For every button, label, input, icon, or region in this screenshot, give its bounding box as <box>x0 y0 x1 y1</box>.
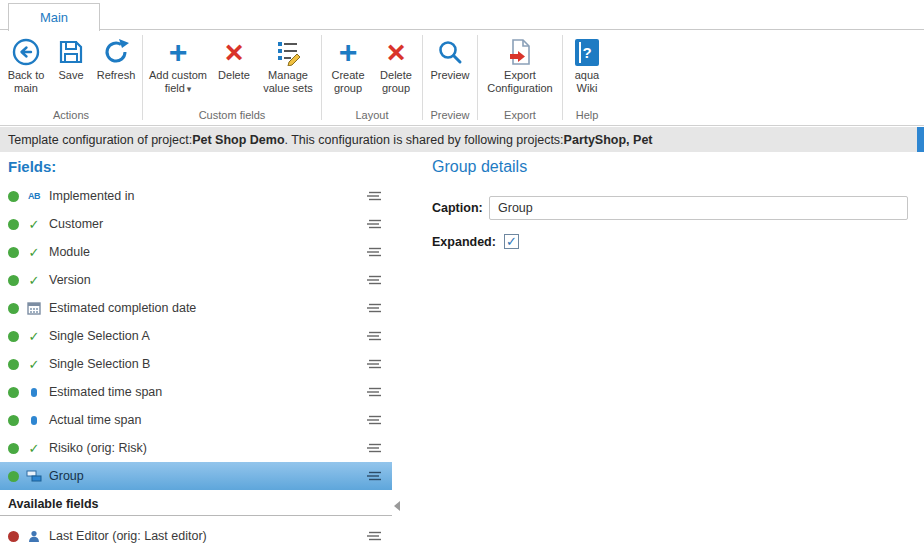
drag-handle-icon[interactable] <box>366 246 382 258</box>
field-row[interactable]: ✓ Version <box>0 266 392 294</box>
info-shared-projects: PartyShop, Pet <box>564 133 653 147</box>
refresh-button[interactable]: Refresh <box>92 30 140 97</box>
field-row[interactable]: Estimated time span <box>0 378 392 406</box>
timespan-icon <box>26 416 42 425</box>
status-dot-icon <box>8 359 19 370</box>
checkmark-icon: ✓ <box>26 329 42 344</box>
drag-handle-icon[interactable] <box>366 274 382 286</box>
field-label: Implemented in <box>49 189 134 203</box>
manage-value-sets-button[interactable]: Manage value sets <box>257 30 319 97</box>
field-row[interactable]: AB Implemented in <box>0 182 392 210</box>
drag-handle-icon[interactable] <box>366 530 382 542</box>
field-row[interactable]: ✓ Single Selection B <box>0 350 392 378</box>
ribbon-group-label-actions: Actions <box>2 107 140 125</box>
ribbon-group-label-layout: Layout <box>324 107 420 125</box>
field-row[interactable]: ✓ Customer <box>0 210 392 238</box>
expanded-label: Expanded: <box>432 235 496 249</box>
collapse-panel-arrow[interactable] <box>394 501 400 511</box>
drag-handle-icon[interactable] <box>366 470 382 482</box>
drag-handle-icon[interactable] <box>366 414 382 426</box>
available-fields-header: Available fields <box>0 492 392 516</box>
field-row-selected[interactable]: Group <box>0 462 392 490</box>
field-row[interactable]: Actual time span <box>0 406 392 434</box>
field-label: Actual time span <box>49 413 141 427</box>
save-button[interactable]: Save <box>50 30 92 97</box>
drag-handle-icon[interactable] <box>366 218 382 230</box>
status-dot-icon <box>8 471 19 482</box>
status-dot-icon <box>8 387 19 398</box>
delete-x-icon: × <box>387 35 406 69</box>
refresh-label: Refresh <box>97 69 136 82</box>
back-to-main-label: Back to main <box>5 69 47 95</box>
drag-handle-icon[interactable] <box>366 302 382 314</box>
status-dot-icon <box>8 275 19 286</box>
export-configuration-label: Export Configuration <box>483 69 557 95</box>
preview-button[interactable]: Preview <box>425 30 475 84</box>
manage-value-sets-label: Manage value sets <box>260 69 316 95</box>
field-row[interactable]: Estimated completion date <box>0 294 392 322</box>
dropdown-arrow-icon: ▾ <box>187 84 192 94</box>
ribbon-group-layout: + Create group × Delete group Layout <box>322 30 422 125</box>
add-custom-field-button[interactable]: + Add custom field▾ <box>145 30 211 97</box>
preview-label: Preview <box>430 69 469 82</box>
status-dot-icon <box>8 303 19 314</box>
add-custom-field-label: Add custom field <box>149 69 207 94</box>
field-row[interactable]: ✓ Risiko (orig: Risk) <box>0 434 392 462</box>
status-dot-icon <box>8 531 19 542</box>
create-group-label: Create group <box>327 69 369 95</box>
person-icon <box>26 530 42 543</box>
delete-x-icon: × <box>225 35 244 69</box>
timespan-icon <box>26 388 42 397</box>
field-row[interactable]: ✓ Module <box>0 238 392 266</box>
drag-handle-icon[interactable] <box>366 442 382 454</box>
group-icon <box>26 470 42 482</box>
field-row[interactable]: Last Editor (orig: Last editor) <box>0 522 392 548</box>
save-icon <box>57 35 85 69</box>
delete-field-label: Delete <box>218 69 250 82</box>
drag-handle-icon[interactable] <box>366 358 382 370</box>
drag-handle-icon[interactable] <box>366 190 382 202</box>
ribbon-group-help: ? aqua Wiki Help <box>563 30 611 125</box>
details-panel-title: Group details <box>432 158 527 176</box>
expanded-checkbox[interactable]: ✓ <box>504 234 519 249</box>
export-configuration-button[interactable]: Export Configuration <box>480 30 560 97</box>
text-field-icon: AB <box>26 191 42 201</box>
magnifier-icon <box>436 35 464 69</box>
calendar-icon <box>26 301 42 315</box>
field-label: Single Selection A <box>49 329 150 343</box>
ribbon-group-label-preview: Preview <box>425 107 475 125</box>
accent-bar <box>917 127 924 152</box>
info-text-prefix: Template configuration of project: <box>8 133 192 147</box>
tab-strip: Main <box>0 0 924 30</box>
ribbon-group-actions: Back to main Save Refresh Actions <box>0 30 142 125</box>
info-text-middle: . This configuration is shared by follow… <box>285 133 564 147</box>
caption-row: Caption: <box>432 196 908 220</box>
aqua-wiki-button[interactable]: ? aqua Wiki <box>565 30 609 97</box>
create-group-button[interactable]: + Create group <box>324 30 372 97</box>
back-to-main-button[interactable]: Back to main <box>2 30 50 97</box>
add-plus-icon: + <box>339 35 358 69</box>
add-plus-icon: + <box>169 35 188 69</box>
refresh-icon <box>102 35 130 69</box>
checkmark-icon: ✓ <box>26 217 42 232</box>
field-row[interactable]: ✓ Single Selection A <box>0 322 392 350</box>
field-label: Risiko (orig: Risk) <box>49 441 147 455</box>
caption-input[interactable] <box>489 196 908 220</box>
info-bar: Template configuration of project: Pet S… <box>0 127 924 152</box>
tab-main[interactable]: Main <box>8 3 100 31</box>
checkmark-icon: ✓ <box>26 273 42 288</box>
back-icon <box>11 35 41 69</box>
value-sets-icon <box>274 35 302 69</box>
ribbon-group-label-custom-fields: Custom fields <box>145 107 319 125</box>
checkmark-icon: ✓ <box>506 235 517 248</box>
drag-handle-icon[interactable] <box>366 330 382 342</box>
field-label: Version <box>49 273 91 287</box>
drag-handle-icon[interactable] <box>366 386 382 398</box>
delete-group-button[interactable]: × Delete group <box>372 30 420 97</box>
ribbon-toolbar: Back to main Save Refresh Actions + Add … <box>0 30 924 126</box>
available-field-list: Last Editor (orig: Last editor) <box>0 522 392 548</box>
field-label: Estimated completion date <box>49 301 196 315</box>
delete-field-button[interactable]: × Delete <box>211 30 257 97</box>
aqua-wiki-label: aqua Wiki <box>568 69 606 95</box>
export-document-icon <box>506 35 534 69</box>
